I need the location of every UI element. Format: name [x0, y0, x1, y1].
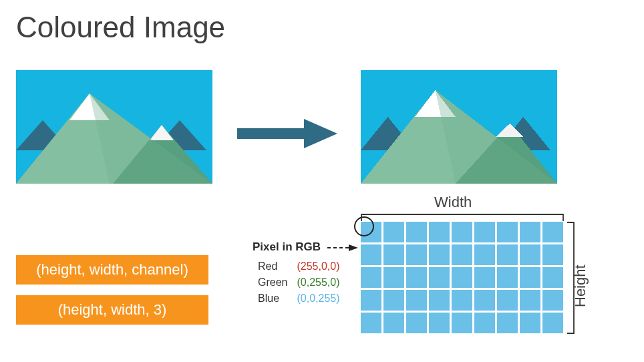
height-label: Height [572, 264, 589, 307]
pixel-cell [520, 313, 540, 333]
pixel-cell [406, 313, 427, 333]
pixel-cell [542, 290, 563, 311]
blue-label: Blue [254, 291, 291, 306]
pixel-cell [497, 244, 518, 265]
red-label: Red [254, 259, 291, 274]
dashed-arrow-icon [326, 243, 359, 252]
arrow-icon [237, 117, 337, 150]
rgb-legend: Pixel in RGB Red (255,0,0) Green (0,255,… [253, 240, 359, 307]
pixel-cell [497, 290, 518, 311]
pixel-cell [383, 290, 404, 311]
red-tuple: (255,0,0) [293, 259, 343, 274]
page-title: Coloured Image [16, 11, 225, 44]
pixel-label: Pixel in RGB [253, 240, 321, 253]
pixel-cell [383, 222, 404, 242]
shape-tuple-rgb: (height, width, 3) [16, 295, 208, 325]
pixel-cell [429, 290, 450, 311]
pixel-cell [474, 244, 495, 265]
pixel-cell [520, 222, 540, 242]
pixel-cell [406, 222, 427, 242]
pixel-cell [383, 244, 404, 265]
pixel-cell [361, 313, 381, 333]
pixel-cell [542, 313, 563, 333]
pixel-cell [542, 222, 563, 242]
pixel-cell [497, 267, 518, 288]
pixel-cell [361, 267, 381, 288]
pixel-cell [474, 267, 495, 288]
svg-marker-20 [237, 119, 337, 148]
pixel-cell [429, 313, 450, 333]
blue-tuple: (0,0,255) [293, 291, 343, 306]
pixel-cell [406, 290, 427, 311]
pixel-cell [406, 244, 427, 265]
pixel-cell [542, 267, 563, 288]
pixel-cell [383, 313, 404, 333]
pixel-cell [542, 244, 563, 265]
pixel-cell [361, 244, 381, 265]
pixel-cell [452, 290, 472, 311]
pixel-cell [361, 290, 381, 311]
pixel-cell [474, 313, 495, 333]
green-label: Green [254, 275, 291, 290]
pixel-marker-circle [354, 216, 374, 236]
width-bracket [361, 212, 564, 222]
svg-marker-22 [349, 244, 358, 251]
pixel-cell [474, 222, 495, 242]
pixel-cell [520, 244, 540, 265]
pixel-cell [497, 313, 518, 333]
pixel-cell [452, 267, 472, 288]
pixel-cell [520, 267, 540, 288]
pixel-cell [452, 222, 472, 242]
pixel-cell [474, 290, 495, 311]
pixelated-image [361, 70, 557, 184]
width-label: Width [434, 194, 472, 211]
pixel-cell [429, 244, 450, 265]
pixel-cell [452, 313, 472, 333]
pixel-cell [429, 267, 450, 288]
pixel-cell [520, 290, 540, 311]
pixel-cell [406, 267, 427, 288]
green-tuple: (0,255,0) [293, 275, 343, 290]
pixel-cell [452, 244, 472, 265]
pixel-grid [361, 222, 563, 333]
source-image [16, 70, 212, 184]
shape-tuple-generic: (height, width, channel) [16, 255, 208, 285]
pixel-cell [383, 267, 404, 288]
pixel-cell [497, 222, 518, 242]
pixel-cell [429, 222, 450, 242]
